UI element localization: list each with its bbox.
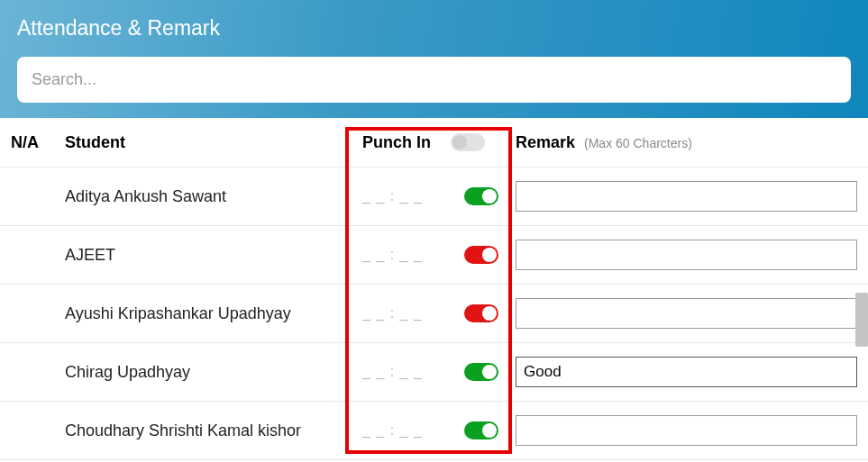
punch-toggle[interactable]	[464, 363, 498, 381]
table-row: Choudhary Shrishti Kamal kishor _ _ : _ …	[0, 402, 868, 460]
search-wrap	[17, 57, 851, 103]
student-name: AJEET	[65, 246, 353, 265]
search-input[interactable]	[32, 70, 836, 89]
remark-input[interactable]	[516, 415, 857, 446]
remark-input[interactable]	[516, 240, 857, 270]
table-row: Chirag Upadhyay _ _ : _ _	[0, 343, 868, 402]
table-body[interactable]: Aditya Ankush Sawant _ _ : _ _ AJEET _ _…	[0, 168, 868, 462]
punch-toggle[interactable]	[464, 421, 498, 439]
punch-toggle[interactable]	[464, 187, 498, 205]
remark-input[interactable]	[516, 357, 857, 387]
punch-toggle[interactable]	[464, 304, 498, 322]
punch-time[interactable]: _ _ : _ _	[362, 188, 423, 204]
header: Attendance & Remark	[0, 0, 868, 118]
student-name: Aditya Ankush Sawant	[65, 187, 353, 206]
punch-time[interactable]: _ _ : _ _	[362, 247, 423, 263]
col-header-na: N/A	[11, 133, 65, 152]
col-header-punchin: Punch In	[353, 133, 516, 152]
student-name: Ayushi Kripashankar Upadhyay	[65, 304, 353, 323]
remark-hint: (Max 60 Charcters)	[584, 136, 692, 150]
table-row: Aditya Ankush Sawant _ _ : _ _	[0, 168, 868, 226]
col-header-remark: Remark (Max 60 Charcters)	[516, 133, 857, 152]
punch-time[interactable]: _ _ : _ _	[362, 422, 423, 439]
scrollbar-thumb[interactable]	[855, 293, 868, 347]
remark-input[interactable]	[516, 298, 857, 329]
table-row: AJEET _ _ : _ _	[0, 226, 868, 285]
col-header-student: Student	[65, 133, 353, 152]
table-row: Ayushi Kripashankar Upadhyay _ _ : _ _	[0, 285, 868, 343]
page-title: Attendance & Remark	[17, 16, 851, 41]
student-name: Choudhary Shrishti Kamal kishor	[65, 421, 353, 440]
punch-toggle[interactable]	[464, 246, 498, 264]
punchin-master-toggle[interactable]	[451, 133, 485, 151]
table-header: N/A Student Punch In Remark (Max 60 Char…	[0, 118, 868, 168]
punch-time[interactable]: _ _ : _ _	[362, 364, 423, 380]
attendance-table: N/A Student Punch In Remark (Max 60 Char…	[0, 118, 868, 462]
student-name: Chirag Upadhyay	[65, 363, 353, 382]
remark-input[interactable]	[516, 181, 857, 212]
col-header-punchin-label: Punch In	[362, 133, 431, 152]
col-header-remark-label: Remark	[516, 133, 575, 152]
punch-time[interactable]: _ _ : _ _	[362, 305, 423, 322]
